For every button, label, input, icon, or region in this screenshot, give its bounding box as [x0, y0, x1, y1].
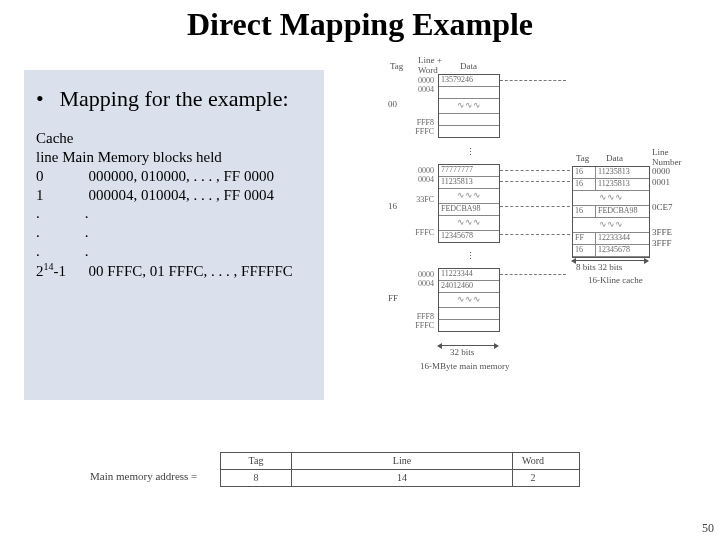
cache-box: 1611235813 1611235813 16FEDCBA98 FF12233…	[572, 166, 650, 258]
lbl-cache-caption: 16-Kline cache	[588, 276, 643, 286]
addr-b1-bot: FFF8 FFFC	[406, 118, 434, 136]
left-panel: • Mapping for the example: Cache line Ma…	[24, 70, 324, 400]
dash-2	[500, 170, 570, 171]
dash-5	[500, 234, 570, 235]
addr-b3-top: 0000 0004	[406, 270, 434, 288]
ln-3fff: 3FFF	[652, 239, 672, 249]
lbl-tag: Tag	[390, 62, 403, 72]
addr-label: Main memory address =	[90, 470, 197, 482]
slide-title: Direct Mapping Example	[0, 6, 720, 43]
mem-block-2: 77777777 11235813 FEDCBA98 12345678	[438, 164, 500, 243]
arrow-32bits-mem	[438, 345, 498, 346]
ln-0ce7: 0CE7	[652, 203, 673, 213]
row2: . .	[36, 204, 312, 223]
tag-00: 00	[388, 100, 397, 110]
row3: . .	[36, 223, 312, 242]
dash-3	[500, 181, 570, 182]
mem-block-3: 11223344 24012460	[438, 268, 500, 332]
arrow-cache-widths	[572, 260, 648, 261]
dash-4	[500, 206, 570, 207]
tag-16: 16	[388, 202, 397, 212]
hdr1: Cache	[36, 129, 312, 148]
lbl-cache-bits: 8 bits 32 bits	[576, 263, 622, 273]
ln-0001: 0001	[652, 178, 670, 188]
bullet-row: • Mapping for the example:	[36, 86, 312, 111]
lbl-lineword: Line + Word	[418, 56, 442, 76]
hdr2: line Main Memory blocks held	[36, 148, 312, 167]
vdots2: ⋮	[466, 252, 475, 262]
tag-ff: FF	[388, 294, 398, 304]
diagram-area: Tag Line + Word Data 0000 0004 00 135792…	[350, 70, 690, 430]
mapping-table: Cache line Main Memory blocks held 0 000…	[36, 129, 312, 280]
addr-b2-bot: FFFC	[406, 228, 434, 237]
row4: . .	[36, 242, 312, 261]
lbl-32bits-mem: 32 bits	[450, 348, 474, 358]
vdots1: ⋮	[466, 148, 475, 158]
row0: 0 000000, 010000, . . . , FF 0000	[36, 167, 312, 186]
addr-b1-top: 0000 0004	[406, 76, 434, 94]
addr-b3-bot: FFF8 FFFC	[406, 312, 434, 330]
page-number: 50	[702, 521, 714, 536]
addr-fields: Tag Line Word	[220, 452, 580, 470]
row-last: 214-1 00 FFFC, 01 FFFC, . . . , FFFFFC	[36, 261, 312, 281]
lbl-data: Data	[460, 62, 477, 72]
bullet-dot: •	[36, 86, 54, 111]
lbl-cache-tag: Tag	[576, 154, 589, 164]
dash-1	[500, 80, 566, 81]
addr-decomposition: Main memory address = Tag Line Word 8 14…	[220, 452, 580, 487]
bullet-text: Mapping for the example:	[60, 86, 289, 111]
addr-33fc: 33FC	[406, 195, 434, 204]
row1: 1 000004, 010004, . . . , FF 0004	[36, 186, 312, 205]
lbl-mem-caption: 16-MByte main memory	[420, 362, 510, 372]
ln-0000: 0000	[652, 167, 670, 177]
dash-6	[500, 274, 566, 275]
ln-3ffe: 3FFE	[652, 228, 672, 238]
addr-b2-top: 0000 0004	[406, 166, 434, 184]
lbl-cache-data: Data	[606, 154, 623, 164]
mem-block-1: 13579246	[438, 74, 500, 138]
lbl-cache-linenum: Line Number	[652, 148, 682, 168]
addr-widths: 8 14 2	[220, 470, 580, 487]
